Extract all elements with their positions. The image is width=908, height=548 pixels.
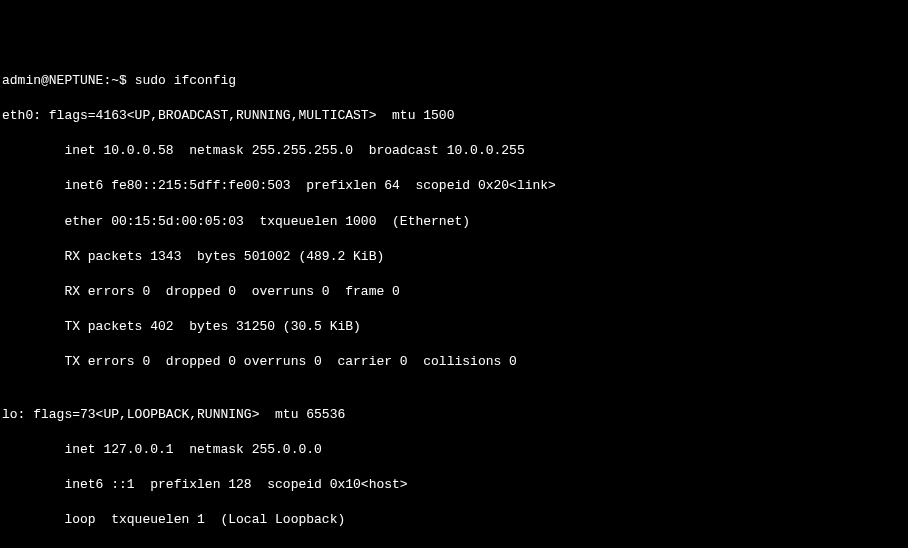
ifconfig-lo-inet: inet 127.0.0.1 netmask 255.0.0.0 <box>2 441 906 459</box>
shell-prompt: admin@NEPTUNE:~$ <box>2 73 135 88</box>
ifconfig-eth0-tx-errors: TX errors 0 dropped 0 overruns 0 carrier… <box>2 353 906 371</box>
ifconfig-eth0-inet: inet 10.0.0.58 netmask 255.255.255.0 bro… <box>2 142 906 160</box>
ifconfig-lo-header: lo: flags=73<UP,LOOPBACK,RUNNING> mtu 65… <box>2 406 906 424</box>
prompt-line-1: admin@NEPTUNE:~$ sudo ifconfig <box>2 72 906 90</box>
ifconfig-eth0-tx-packets: TX packets 402 bytes 31250 (30.5 KiB) <box>2 318 906 336</box>
ifconfig-eth0-rx-packets: RX packets 1343 bytes 501002 (489.2 KiB) <box>2 248 906 266</box>
ifconfig-eth0-inet6: inet6 fe80::215:5dff:fe00:503 prefixlen … <box>2 177 906 195</box>
ifconfig-eth0-ether: ether 00:15:5d:00:05:03 txqueuelen 1000 … <box>2 213 906 231</box>
ifconfig-eth0-rx-errors: RX errors 0 dropped 0 overruns 0 frame 0 <box>2 283 906 301</box>
ifconfig-eth0-header: eth0: flags=4163<UP,BROADCAST,RUNNING,MU… <box>2 107 906 125</box>
ifconfig-lo-inet6: inet6 ::1 prefixlen 128 scopeid 0x10<hos… <box>2 476 906 494</box>
command-ifconfig: sudo ifconfig <box>135 73 236 88</box>
ifconfig-lo-loop: loop txqueuelen 1 (Local Loopback) <box>2 511 906 529</box>
